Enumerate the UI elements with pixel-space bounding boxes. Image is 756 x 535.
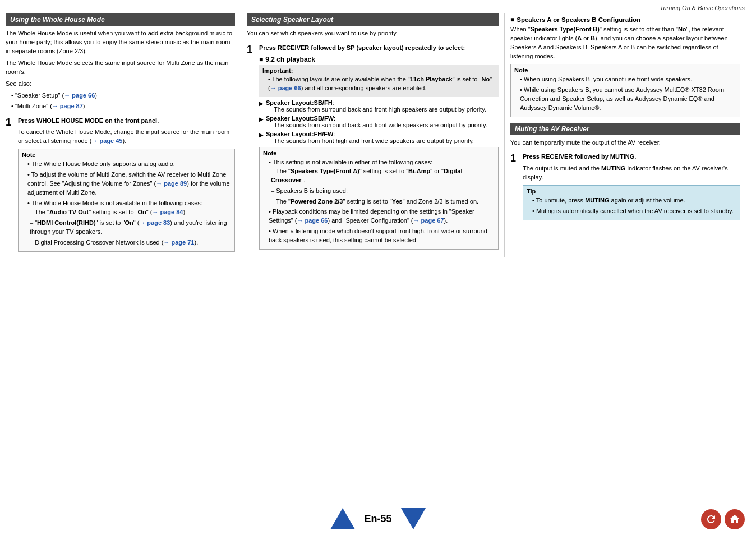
see-also-label: See also: xyxy=(6,80,235,89)
page-link[interactable]: → page 45 xyxy=(91,137,122,144)
middle-intro: You can set which speakers you want to u… xyxy=(247,29,499,38)
list-item: Speakers B is being used. xyxy=(271,187,495,196)
dash-list: The "Audio TV Out" setting is set to "On… xyxy=(27,208,231,247)
important-box: Important: The following layouts are onl… xyxy=(259,65,499,97)
list-item: The "Powered Zone 2/3" setting is set to… xyxy=(271,197,495,206)
page-link[interactable]: → page 66 xyxy=(270,85,301,91)
speaker-layout-fh-fw: Speaker Layout:FH/FW: The sounds from fr… xyxy=(259,131,499,144)
note-list: This setting is not available in either … xyxy=(263,158,495,245)
list-item: The Whole House Mode is not available in… xyxy=(27,199,231,247)
speakers-ab-title: Speakers A or Speakers B Configuration xyxy=(510,16,740,24)
step-number: 1 xyxy=(6,117,15,129)
muting-section-title: Muting the AV Receiver xyxy=(510,123,740,135)
middle-section-title: Selecting Speaker Layout xyxy=(247,13,499,26)
list-item: The Whole House Mode only supports analo… xyxy=(27,160,231,169)
note-box: Note When using Speakers B, you cannot u… xyxy=(510,64,740,117)
page-header: Turning On & Basic Operations xyxy=(0,0,756,13)
step-text: Press RECEIVER followed by MUTING. xyxy=(523,153,740,162)
note-box: Note This setting is not available in ei… xyxy=(259,147,499,250)
step-number: 1 xyxy=(247,44,256,56)
page-link[interactable]: → page 66 xyxy=(64,92,95,99)
home-icon[interactable] xyxy=(725,509,745,529)
page-link[interactable]: → page 67 xyxy=(413,217,444,224)
list-item: "HDMI Control(RIHD)" is set to "On" (→ p… xyxy=(30,219,231,237)
playback-heading: 9.2 ch playback xyxy=(259,56,499,63)
page-link[interactable]: → page 83 xyxy=(139,219,170,226)
muting-step-1-row: 1 Press RECEIVER followed by MUTING. The… xyxy=(510,153,740,223)
list-item: The following layouts are only available… xyxy=(268,75,495,93)
list-item: The "Audio TV Out" setting is set to "On… xyxy=(30,208,231,217)
list-item: The "Speakers Type(Front A)" setting is … xyxy=(271,167,495,185)
left-column: Using the Whole House Mode The Whole Hou… xyxy=(6,13,241,257)
page-number: En-55 xyxy=(364,513,391,525)
page-link[interactable]: → page 87 xyxy=(52,103,83,109)
note-title: Note xyxy=(22,151,231,158)
list-item: To unmute, press MUTING again or adjust … xyxy=(532,196,736,205)
bottom-nav: En-55 xyxy=(0,508,756,529)
back-icon[interactable] xyxy=(701,509,721,529)
list-item: Playback conditions may be limited depen… xyxy=(269,207,495,225)
dash-list: The "Speakers Type(Front A)" setting is … xyxy=(269,167,495,206)
muting-intro: You can temporarily mute the output of t… xyxy=(510,139,740,147)
step-sub: The output is muted and the MUTING indic… xyxy=(523,164,740,182)
note-title: Note xyxy=(263,150,495,156)
list-item: "Speaker Setup" (→ page 66) xyxy=(11,91,235,100)
list-item: Muting is automatically cancelled when t… xyxy=(532,207,736,216)
middle-column: Selecting Speaker Layout You can set whi… xyxy=(241,13,505,257)
step-1-row: 1 Press WHOLE HOUSE MODE on the front pa… xyxy=(6,117,235,255)
step-sub: To cancel the Whole House Mode, change t… xyxy=(18,128,235,146)
list-item: "Multi Zone" (→ page 87) xyxy=(11,102,235,111)
note-list: When using Speakers B, you cannot use fr… xyxy=(514,75,736,113)
next-page-arrow[interactable] xyxy=(401,508,426,529)
tip-box: Tip To unmute, press MUTING again or adj… xyxy=(523,185,740,220)
important-title: Important: xyxy=(262,67,495,74)
header-title: Turning On & Basic Operations xyxy=(660,4,745,11)
step-number: 1 xyxy=(510,153,519,165)
page-link[interactable]: → page 71 xyxy=(163,239,194,246)
left-intro-p2: The Whole House Mode selects the same in… xyxy=(6,59,235,77)
speaker-layout-sb-fw: Speaker Layout:SB/FW: The sounds from su… xyxy=(259,115,499,128)
page-link[interactable]: → page 89 xyxy=(156,180,187,187)
note-list: The Whole House Mode only supports analo… xyxy=(22,160,231,247)
step-text: Press WHOLE HOUSE MODE on the front pane… xyxy=(18,117,235,126)
list-item: To adjust the volume of Multi Zone, swit… xyxy=(27,170,231,197)
list-item: When a listening mode which doesn't supp… xyxy=(269,227,495,245)
list-item: While using Speakers B, you cannot use A… xyxy=(520,86,736,113)
right-column: Speakers A or Speakers B Configuration W… xyxy=(505,13,740,257)
page-link[interactable]: → page 84 xyxy=(152,209,183,215)
left-section-title: Using the Whole House Mode xyxy=(6,13,235,26)
step-content: Press RECEIVER followed by MUTING. The o… xyxy=(523,153,740,223)
speakers-ab-text: When "Speakers Type(Front B)" setting is… xyxy=(510,25,740,61)
speakers-ab-section: Speakers A or Speakers B Configuration W… xyxy=(510,16,740,117)
note-title: Note xyxy=(514,67,736,73)
step-content: Press RECEIVER followed by SP (speaker l… xyxy=(259,44,499,252)
muting-section: Muting the AV Receiver You can temporari… xyxy=(510,123,740,224)
tip-title: Tip xyxy=(527,188,736,195)
speaker-layout-sb-fh: Speaker Layout:SB/FH: The sounds from su… xyxy=(259,99,499,113)
page-link[interactable]: → page 66 xyxy=(297,217,328,224)
left-intro-p1: The Whole House Mode is useful when you … xyxy=(6,29,235,56)
step-content: Press WHOLE HOUSE MODE on the front pane… xyxy=(18,117,235,255)
step-text: Press RECEIVER followed by SP (speaker l… xyxy=(259,44,499,53)
important-list: The following layouts are only available… xyxy=(262,75,495,93)
list-item: Digital Processing Crossover Network is … xyxy=(30,238,231,247)
list-item: When using Speakers B, you cannot use fr… xyxy=(520,75,736,84)
note-box: Note The Whole House Mode only supports … xyxy=(18,149,235,251)
middle-step-1-row: 1 Press RECEIVER followed by SP (speaker… xyxy=(247,44,499,252)
list-item: This setting is not available in either … xyxy=(269,158,495,206)
see-also-links: "Speaker Setup" (→ page 66) "Multi Zone"… xyxy=(6,91,235,111)
prev-page-arrow[interactable] xyxy=(330,508,355,529)
nav-icons-right xyxy=(701,509,745,529)
tip-list: To unmute, press MUTING again or adjust … xyxy=(527,196,736,216)
